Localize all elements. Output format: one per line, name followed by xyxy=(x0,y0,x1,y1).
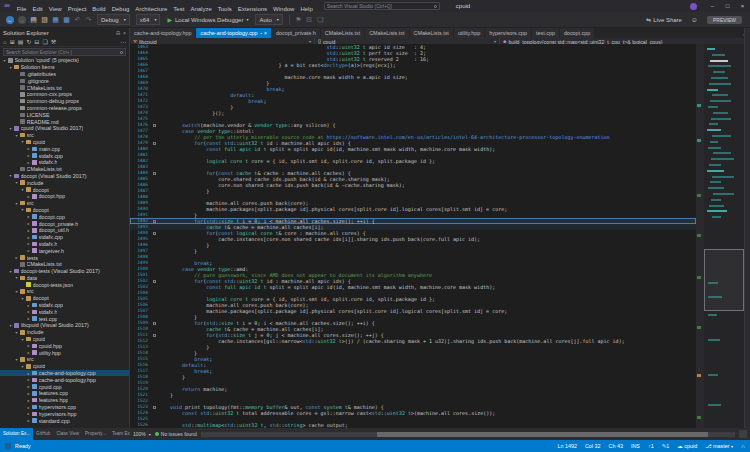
pending-changes-filter-icon[interactable]: ▤ xyxy=(18,38,24,45)
collapse-box-icon[interactable] xyxy=(153,334,156,337)
tree-item[interactable]: ▸stdafx.h xyxy=(0,241,129,248)
minimap-viewport[interactable] xyxy=(704,249,744,311)
editor-tab[interactable]: utility.hpp xyxy=(454,28,484,38)
undo-icon[interactable]: ↶ xyxy=(72,13,83,27)
splitter-handle[interactable] xyxy=(739,430,747,438)
tree-item[interactable]: ▾docopt (Visual Studio 2017) xyxy=(0,173,129,180)
refresh-icon[interactable]: ↻ xyxy=(26,38,31,45)
tree-item[interactable]: CMakeLists.txt xyxy=(0,84,129,91)
expander-icon[interactable]: ▸ xyxy=(26,214,31,219)
tree-item[interactable]: ▸docopt_util.h xyxy=(0,227,129,234)
tree-item[interactable]: ▾src xyxy=(0,200,129,207)
expander-icon[interactable]: ▸ xyxy=(26,316,31,321)
pin-icon[interactable]: ⊟ xyxy=(116,30,120,36)
tool-window-tab[interactable]: Property... xyxy=(82,428,109,440)
collapse-box-icon[interactable] xyxy=(153,406,156,409)
tree-item[interactable]: ▾include xyxy=(0,329,129,336)
expander-icon[interactable]: ▾ xyxy=(14,330,19,335)
navigate-backward-icon[interactable]: ← xyxy=(6,16,14,24)
tool-window-tab[interactable]: Team Exp... xyxy=(109,428,130,440)
tool-window-tab[interactable]: GitHub xyxy=(33,428,53,440)
tree-item[interactable]: docopt-tests.json xyxy=(0,281,129,288)
editor-tab[interactable]: CMakeLists.txt xyxy=(321,28,364,38)
show-all-files-icon[interactable]: ❏ xyxy=(42,38,47,45)
tree-item[interactable]: ▸tests xyxy=(0,254,129,261)
tree-item[interactable]: ▾data xyxy=(0,275,129,282)
expander-icon[interactable]: ▸ xyxy=(26,371,31,376)
user-avatar[interactable] xyxy=(690,3,697,10)
tree-item[interactable]: .gitattributes xyxy=(0,71,129,78)
tree-item[interactable]: ▾include xyxy=(0,179,129,186)
editor-tab[interactable]: hypervisors.cpp xyxy=(485,28,531,38)
maximize-button[interactable]: □ xyxy=(720,0,735,12)
expander-icon[interactable]: ▸ xyxy=(26,411,31,416)
tree-item[interactable]: ▸docopt_private.h xyxy=(0,220,129,227)
home-icon[interactable]: ⌂ xyxy=(3,39,7,45)
expander-icon[interactable]: ▾ xyxy=(20,364,25,369)
background-tasks-icon[interactable] xyxy=(5,443,11,449)
expander-icon[interactable]: ▾ xyxy=(20,187,25,192)
horizontal-scrollbar[interactable] xyxy=(201,432,735,437)
start-debugging-button[interactable]: ▶ Local Windows Debugger ▾ xyxy=(167,16,248,23)
tree-item[interactable]: ▸docopt.cpp xyxy=(0,213,129,220)
collapse-box-icon[interactable] xyxy=(153,220,156,223)
tree-item[interactable]: ▾docopt xyxy=(0,295,129,302)
tree-item[interactable]: ▸standard.cpp xyxy=(0,417,129,424)
expander-icon[interactable]: ▾ xyxy=(8,269,13,274)
push-commits-button[interactable]: ↑1 xyxy=(648,443,654,449)
tree-item[interactable]: ▸hypervisors.cpp xyxy=(0,404,129,411)
expander-icon[interactable]: ▸ xyxy=(26,384,31,389)
expander-icon[interactable]: ▸ xyxy=(26,398,31,403)
expander-icon[interactable]: ▸ xyxy=(26,228,31,233)
tree-item[interactable]: ▾src xyxy=(0,288,129,295)
tree-item[interactable]: ▾cpuid xyxy=(0,363,129,370)
expander-icon[interactable]: ▸ xyxy=(26,194,31,199)
document-health-indicator[interactable]: No issues found xyxy=(155,431,197,437)
collapse-box-icon[interactable] xyxy=(153,232,156,235)
tree-item[interactable]: ▸cache-and-topology.cpp xyxy=(0,370,129,377)
preview-badge[interactable]: PREVIEW xyxy=(707,16,742,24)
tree-item[interactable]: ▸cpuid.hpp xyxy=(0,342,129,349)
expander-icon[interactable]: ▸ xyxy=(26,241,31,246)
tree-item[interactable]: ▾Solution 'cpuid' (5 projects) xyxy=(0,57,129,64)
tree-item[interactable]: ▾Solution Items xyxy=(0,64,129,71)
expander-icon[interactable]: ▾ xyxy=(8,173,13,178)
close-button[interactable]: × xyxy=(735,0,750,12)
editor-tab[interactable]: docopt.cpp xyxy=(560,28,594,38)
expander-icon[interactable]: ▸ xyxy=(26,418,31,423)
live-share-button[interactable]: ⇆ Live Share xyxy=(646,16,682,23)
expander-icon[interactable]: ▸ xyxy=(26,248,31,253)
tree-item[interactable]: ▾docopt-tests (Visual Studio 2017) xyxy=(0,268,129,275)
tree-item[interactable]: ▸stdafx.h xyxy=(0,159,129,166)
status-line[interactable]: Ln 1492 xyxy=(557,443,577,449)
editor-tab[interactable]: docopt_private.h xyxy=(272,28,320,38)
branch-button[interactable]: ⎇ master ▾ xyxy=(705,443,733,449)
expander-icon[interactable]: ▸ xyxy=(26,235,31,240)
tree-item[interactable]: ▸stdafx.cpp xyxy=(0,234,129,241)
configuration-dropdown[interactable]: Debug ▾ xyxy=(97,14,130,25)
collapse-all-icon[interactable]: ⊟ xyxy=(34,38,39,45)
code-editor[interactable]: 1463 std::uint32_t apic_id_size : 4;1464… xyxy=(130,44,696,428)
collapse-box-icon[interactable] xyxy=(153,322,156,325)
tree-item[interactable]: common-debug.props xyxy=(0,98,129,105)
tree-item[interactable]: ▸cpuid.cpp xyxy=(0,383,129,390)
scrollbar-thumb[interactable] xyxy=(377,432,708,437)
collapse-box-icon[interactable] xyxy=(153,124,156,127)
tree-item[interactable]: ▸test.cpp xyxy=(0,315,129,322)
tree-item[interactable]: ▸stdafx.cpp xyxy=(0,152,129,159)
close-icon[interactable]: × xyxy=(264,30,267,36)
expander-icon[interactable]: ▾ xyxy=(14,180,19,185)
tree-item[interactable]: LICENSE xyxy=(0,111,129,118)
tree-item[interactable]: ▸features.cpp xyxy=(0,390,129,397)
status-character[interactable]: Ch 43 xyxy=(609,443,623,449)
editor-tab[interactable]: test.cpp xyxy=(532,28,559,38)
expander-icon[interactable]: ▾ xyxy=(20,337,25,342)
collapse-box-icon[interactable] xyxy=(153,280,156,283)
notifications-bell-icon[interactable]: ∩ xyxy=(741,443,745,449)
pin-icon[interactable]: ▪ xyxy=(261,31,262,36)
tool-window-tab[interactable]: Solution Ex... xyxy=(0,428,33,440)
tree-item[interactable]: ▾cpuid (Visual Studio 2017) xyxy=(0,125,129,132)
tree-item[interactable]: common-cxx.props xyxy=(0,91,129,98)
attach-dropdown[interactable]: Auto ▾ xyxy=(255,14,282,25)
editor-tab[interactable]: cache-and-topology.cpp▪× xyxy=(196,28,270,38)
